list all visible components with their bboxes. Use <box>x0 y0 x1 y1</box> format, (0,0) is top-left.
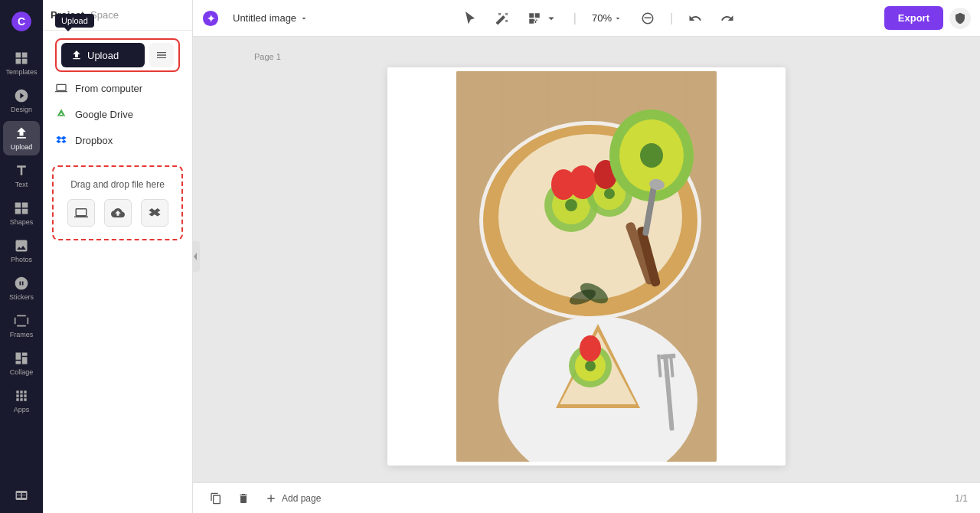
drag-drop-area[interactable]: Drag and drop file here <box>52 165 183 240</box>
copy-page-btn[interactable] <box>205 489 227 508</box>
upload-btn-row: Upload <box>57 40 178 70</box>
icon-sidebar: C Templates Design Upload Text Shapes Ph… <box>0 0 43 513</box>
upload-section-highlight: Upload <box>55 38 180 72</box>
sidebar-item-frames[interactable]: Frames <box>3 309 40 343</box>
delete-page-btn[interactable] <box>233 489 254 508</box>
sidebar-item-upload[interactable]: Upload <box>3 121 40 155</box>
account-icon[interactable] <box>949 8 971 29</box>
sidebar-item-text[interactable]: Text <box>3 158 40 193</box>
source-dropbox[interactable]: Dropbox <box>43 127 192 153</box>
source-gdrive-label: Google Drive <box>75 109 133 120</box>
source-computer[interactable]: From computer <box>43 75 192 101</box>
panel-collapse-handle[interactable] <box>192 241 200 272</box>
svg-point-33 <box>580 335 601 361</box>
bottom-bar: Add page 1/1 <box>193 482 980 513</box>
svg-text:C: C <box>18 15 25 28</box>
drag-drop-text: Drag and drop file here <box>70 179 165 190</box>
canvas-scroll[interactable]: Page 1 <box>193 37 980 482</box>
doc-name[interactable]: Untitled image <box>228 9 313 27</box>
canvas-page <box>387 67 786 466</box>
drag-drop-dropbox-icon[interactable] <box>141 199 168 227</box>
sidebar-item-stickers[interactable]: Stickers <box>3 271 40 306</box>
left-panel: Project Space Upload Upload From compute… <box>43 0 193 513</box>
sidebar-item-collage[interactable]: Collage <box>3 346 40 381</box>
svg-text:✦: ✦ <box>207 12 215 24</box>
sidebar-item-templates[interactable]: Templates <box>3 46 40 80</box>
toolbar-logo: ✦ <box>202 10 219 27</box>
sidebar-item-apps[interactable]: Apps <box>3 384 40 418</box>
drag-drop-monitor-icon[interactable] <box>67 199 95 227</box>
svg-point-19 <box>551 169 576 200</box>
zoom-control[interactable]: 70% <box>586 9 629 27</box>
export-button[interactable]: Export <box>884 6 943 30</box>
drag-drop-icons <box>67 199 168 227</box>
undo-btn[interactable] <box>682 7 708 30</box>
svg-point-13 <box>565 199 577 211</box>
upload-button[interactable]: Upload <box>61 43 145 67</box>
upload-tooltip: Upload <box>55 14 94 28</box>
page-counter: 1/1 <box>955 493 968 504</box>
svg-point-22 <box>640 143 663 168</box>
sidebar-item-design[interactable]: Design <box>3 83 40 118</box>
magic-tool-btn[interactable] <box>489 7 515 30</box>
logo[interactable]: C <box>3 6 40 37</box>
sidebar-item-shapes[interactable]: Shapes <box>3 196 40 230</box>
redo-btn[interactable] <box>714 7 740 30</box>
page-label: Page 1 <box>254 52 281 61</box>
toolbar: ✦ Untitled image | 70% | <box>193 0 980 37</box>
svg-point-16 <box>604 188 615 199</box>
drag-drop-cloud-icon[interactable] <box>104 199 132 227</box>
zoom-more-btn[interactable] <box>635 7 661 30</box>
layout-tool-btn[interactable] <box>521 7 564 30</box>
source-computer-label: From computer <box>75 83 142 94</box>
space-tab[interactable]: Space <box>90 6 119 24</box>
canvas-area: ✦ Untitled image | 70% | <box>193 0 980 513</box>
source-dropbox-label: Dropbox <box>75 135 113 146</box>
select-tool-btn[interactable] <box>457 7 483 30</box>
add-page-btn[interactable]: Add page <box>260 489 325 508</box>
source-gdrive[interactable]: Google Drive <box>43 101 192 127</box>
canvas-image <box>456 71 717 462</box>
upload-view-toggle[interactable] <box>149 43 174 67</box>
sidebar-item-bottom[interactable] <box>3 484 40 507</box>
svg-point-32 <box>585 361 596 371</box>
sidebar-item-photos[interactable]: Photos <box>3 234 40 268</box>
